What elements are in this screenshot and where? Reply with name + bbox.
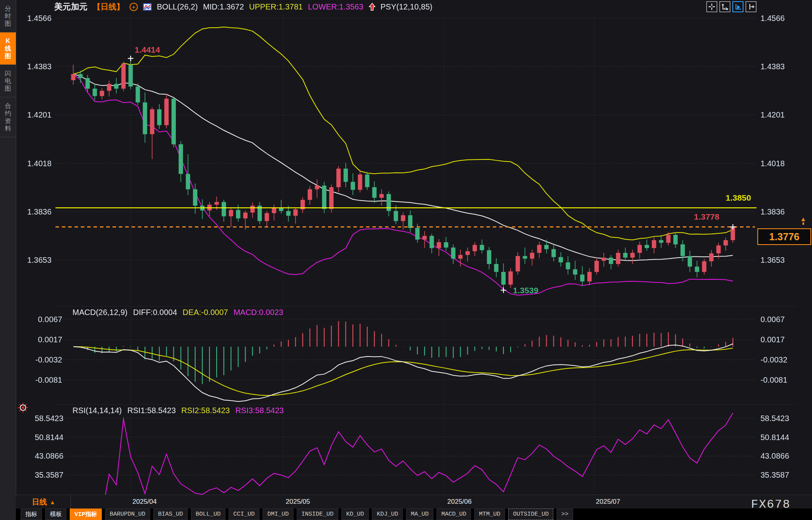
boll-upper-value: UPPER:1.3781 — [249, 2, 303, 11]
tab-mtm_ud[interactable]: MTM_UD — [474, 509, 505, 520]
rsi-params: RSI(14,14,14) — [72, 406, 122, 415]
axis-tick: -0.0032 — [761, 355, 787, 364]
axis-tick: 1.4201 — [761, 110, 785, 119]
tab-[interactable]: 模板 — [45, 509, 67, 520]
month-label: 2025/06 — [447, 498, 471, 506]
pan-right-button[interactable] — [745, 1, 757, 12]
live-alert-icon — [17, 402, 29, 413]
tab-vip[interactable]: VIP指标 — [70, 509, 102, 520]
axis-tick: 0.0017 — [16, 335, 62, 344]
symbol-title: 美元加元 — [54, 1, 88, 12]
axis-scale-button[interactable] — [719, 1, 730, 12]
tab-[interactable]: >> — [557, 509, 573, 520]
macd-dea-value: DEA:-0.0007 — [183, 308, 228, 317]
axis-tick: 43.0866 — [761, 452, 789, 460]
current-price-box: 1.3776 — [757, 228, 811, 245]
add-indicator-icon[interactable]: ＋ — [130, 3, 138, 11]
axis-tick: 1.4201 — [16, 110, 51, 119]
chart-canvas[interactable] — [16, 0, 812, 495]
sidebar-item-contract-info[interactable]: 合约资料 — [0, 97, 16, 137]
macd-params: MACD(26,12,9) — [72, 308, 128, 317]
hline-price-label: 1.3850 — [726, 193, 751, 203]
indicator-tabbar: 指标模板VIP指标BARUPDN_UDBIAS_UDBOLL_UDCCI_UDD… — [16, 509, 812, 520]
chart-header: 美元加元 【日线】 ＋ BOLL(26,2) MID:1.3672 UPPER:… — [54, 2, 433, 12]
month-label: 2025/05 — [286, 498, 310, 506]
period-arrow-icon: ▲ — [50, 499, 55, 505]
boll-lower-value: LOWER:1.3563 — [308, 2, 363, 11]
period-selector[interactable]: 日线 ▲ — [17, 495, 71, 509]
rsi1-value: RSI1:58.5423 — [128, 406, 176, 415]
tab-cci_ud[interactable]: CCI_UD — [229, 509, 259, 520]
up-arrow-icon — [369, 3, 376, 11]
axis-tick: 58.5423 — [761, 414, 789, 423]
tab-bias_ud[interactable]: BIAS_UD — [153, 509, 188, 520]
rsi3-value: RSI3:58.5423 — [235, 406, 284, 415]
axis-tick: 50.8144 — [16, 433, 63, 442]
crosshair-tool-button[interactable] — [706, 1, 717, 12]
watermark: FX678 — [751, 498, 791, 511]
axis-tick: 1.3653 — [761, 256, 785, 264]
boll-mid-value: MID:1.3672 — [203, 2, 244, 11]
high-price-label: 1.4414 — [135, 45, 160, 55]
axis-tick: 1.3836 — [16, 207, 51, 216]
mini-chart-icon — [143, 3, 152, 11]
fx678-chart-window: 分时图 K线图 闪电图 合约资料 美元加元 【日线】 ＋ BOLL(26,2) … — [0, 0, 812, 520]
month-label: 2025/07 — [596, 498, 620, 506]
psy-params: PSY(12,10,85) — [381, 2, 433, 11]
sidebar-item-timeshare[interactable]: 分时图 — [0, 0, 16, 32]
sidebar-item-lightning[interactable]: 闪电图 — [0, 65, 16, 97]
chart-toolbar — [706, 1, 757, 12]
axis-tick: -0.0081 — [16, 376, 62, 384]
axis-tick: 1.4566 — [761, 14, 785, 23]
sidebar-item-kline[interactable]: K线图 — [0, 32, 16, 65]
axis-tick: -0.0032 — [16, 355, 62, 364]
macd-pane-header: MACD(26,12,9) DIFF:0.0004 DEA:-0.0007 MA… — [72, 308, 283, 317]
rsi-pane-header: RSI(14,14,14) RSI1:58.5423 RSI2:58.5423 … — [72, 406, 284, 415]
price-up-arrow-icon: ▲ — [800, 216, 806, 225]
tab-[interactable]: 指标 — [21, 509, 42, 520]
axis-tick: 0.0067 — [16, 315, 62, 324]
tab-barupdn_ud[interactable]: BARUPDN_UD — [105, 509, 150, 520]
tab-ma_ud[interactable]: MA_UD — [406, 509, 433, 520]
axis-tick: 58.5423 — [16, 414, 63, 423]
rsi2-value: RSI2:58.5423 — [181, 406, 230, 415]
macd-diff-value: DIFF:0.0004 — [133, 308, 177, 317]
axis-tick: 35.3587 — [761, 471, 789, 479]
month-label: 2025/04 — [132, 498, 156, 506]
tab-macd_ud[interactable]: MACD_UD — [436, 509, 471, 520]
axis-tick: 0.0067 — [761, 315, 785, 324]
tab-kd_ud[interactable]: KD_UD — [341, 509, 369, 520]
axis-tick: 1.4566 — [16, 14, 51, 23]
current-line-price-label: 1.3778 — [694, 212, 719, 222]
axis-tick: 35.3587 — [16, 471, 63, 479]
axis-tick: -0.0081 — [761, 376, 787, 384]
axis-tick: 1.4018 — [761, 159, 785, 168]
axis-play-button-selected[interactable] — [732, 1, 743, 12]
axis-tick: 1.3836 — [761, 207, 785, 216]
tab-kdj_ud[interactable]: KDJ_UD — [372, 509, 403, 520]
macd-macd-value: MACD:0.0023 — [234, 308, 284, 317]
axis-tick: 1.4383 — [761, 62, 785, 71]
axis-tick: 1.4383 — [16, 62, 51, 71]
axis-tick: 1.4018 — [16, 159, 51, 168]
tab-dmi_ud[interactable]: DMI_UD — [263, 509, 294, 520]
axis-tick: 50.8144 — [761, 433, 789, 442]
tab-boll_ud[interactable]: BOLL_UD — [191, 509, 225, 520]
tab-outside_ud[interactable]: OUTSIDE_UD — [508, 509, 553, 520]
axis-tick: 43.0866 — [16, 452, 63, 460]
boll-params: BOLL(26,2) — [157, 2, 198, 11]
x-axis-row: 日线 ▲ 2025/042025/052025/062025/07 — [16, 495, 812, 509]
tab-inside_ud[interactable]: INSIDE_UD — [297, 509, 338, 520]
sidebar: 分时图 K线图 闪电图 合约资料 — [0, 0, 16, 520]
period-label: 日线 — [32, 497, 47, 507]
axis-tick: 0.0017 — [761, 335, 785, 344]
axis-tick: 1.3653 — [16, 256, 51, 264]
low-price-label: 1.3539 — [513, 286, 538, 295]
period-tag: 【日线】 — [93, 2, 124, 12]
